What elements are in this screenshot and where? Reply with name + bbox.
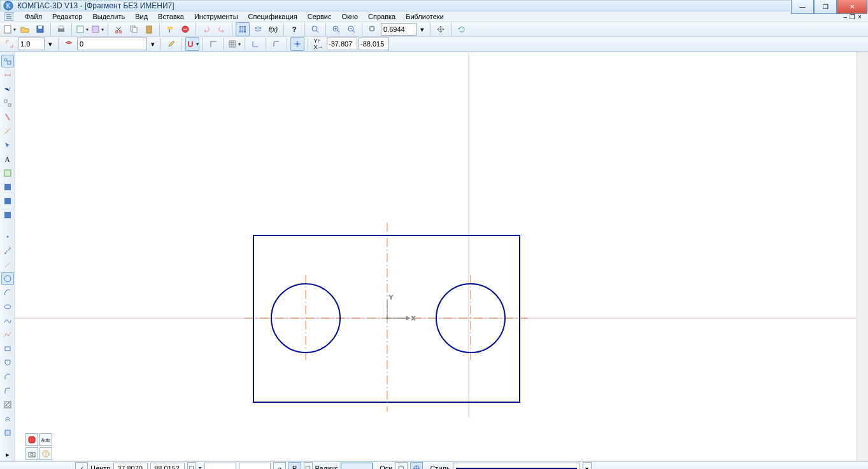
contour-tool[interactable] (1, 356, 14, 369)
aux-line-tool[interactable] (1, 258, 14, 271)
radius-toggle[interactable]: R (288, 462, 301, 469)
menu-icon[interactable] (4, 11, 14, 22)
new-button[interactable] (3, 22, 17, 36)
menu-libraries[interactable]: Библиотеки (401, 11, 448, 22)
print-button[interactable] (54, 22, 68, 36)
drawing-canvas[interactable]: X Y (15, 52, 857, 461)
style-dropdown-arrow[interactable]: ▾ (583, 462, 592, 469)
chamfer-tool[interactable] (1, 370, 14, 383)
more-panel-icon[interactable] (1, 209, 14, 221)
window-maximize-button[interactable]: ❐ (814, 0, 837, 14)
round-icon[interactable] (269, 37, 283, 51)
diameter-toggle[interactable]: ⌀ (273, 462, 286, 469)
save-button[interactable] (33, 22, 47, 36)
annotations-panel-icon[interactable] (1, 83, 14, 95)
t-lock-icon[interactable]: ☐ (187, 462, 196, 469)
geometry-panel-icon[interactable] (1, 55, 14, 67)
edit-button[interactable] (164, 37, 178, 51)
menu-service[interactable]: Сервис (303, 11, 336, 22)
scale-dropdown[interactable]: ▾ (46, 37, 55, 51)
hatch-tool[interactable] (1, 398, 14, 411)
cancel-button[interactable] (178, 22, 192, 36)
ortho-button[interactable] (206, 37, 220, 51)
grid-toggle[interactable] (236, 22, 250, 36)
menu-editor[interactable]: Редактор (48, 11, 87, 22)
axes-off-button[interactable] (395, 462, 408, 469)
zoom-fit-button[interactable] (366, 22, 380, 36)
camera-icon[interactable] (25, 447, 38, 460)
arc-tool[interactable] (1, 286, 14, 299)
properties-button[interactable] (90, 22, 104, 36)
lcs-button[interactable] (248, 37, 262, 51)
cut-button[interactable] (111, 22, 125, 36)
zoom-window-button[interactable] (308, 22, 322, 36)
layer-icon[interactable] (62, 37, 76, 51)
measure-panel-icon[interactable] (1, 125, 14, 137)
refresh-button[interactable] (455, 22, 469, 36)
menu-window[interactable]: Окно (337, 11, 362, 22)
layers-button[interactable] (251, 22, 265, 36)
window-minimize-button[interactable]: — (791, 0, 814, 14)
select-panel-icon[interactable] (1, 139, 14, 151)
auto-button[interactable]: Auto (39, 433, 52, 446)
track-button[interactable] (290, 37, 304, 51)
params-panel-icon[interactable] (1, 111, 14, 123)
zoom-value-input[interactable] (381, 23, 416, 36)
variables-button[interactable]: f(x) (266, 22, 280, 36)
rect-tool[interactable] (1, 342, 14, 355)
copy-button[interactable] (127, 22, 141, 36)
stop-button[interactable] (25, 433, 38, 446)
line-tool[interactable] (1, 244, 14, 257)
center-lock-icon[interactable]: ✓ (75, 462, 88, 469)
reports-panel-icon[interactable] (1, 181, 14, 193)
menu-select[interactable]: Выделить (88, 11, 129, 22)
circle-tool[interactable] (1, 272, 14, 285)
help-pointer-button[interactable]: ? (287, 22, 301, 36)
insert-panel-icon[interactable] (1, 195, 14, 207)
layer-dropdown[interactable]: ▾ (148, 37, 157, 51)
open-button[interactable] (18, 22, 32, 36)
snap-button[interactable] (185, 37, 199, 51)
fillet-tool[interactable] (1, 384, 14, 397)
menu-spec[interactable]: Спецификация (244, 11, 302, 22)
help-icon[interactable]: ? (39, 447, 52, 460)
equidistant-tool[interactable] (1, 412, 14, 425)
mdi-close-icon[interactable]: × (858, 13, 862, 20)
style-dropdown[interactable] (453, 463, 580, 469)
spec-panel-icon[interactable] (1, 167, 14, 179)
mdi-minimize-icon[interactable]: – (844, 13, 848, 20)
polyline-tool[interactable] (1, 328, 14, 341)
undo-button[interactable] (199, 22, 213, 36)
layer-input[interactable] (77, 38, 147, 50)
vertical-scrollbar[interactable] (857, 52, 868, 461)
menu-view[interactable]: Вид (131, 11, 152, 22)
scale-input[interactable] (18, 38, 45, 50)
t1-input[interactable] (204, 463, 236, 469)
format-painter-button[interactable] (163, 22, 177, 36)
t2-input[interactable] (239, 463, 271, 469)
menu-file[interactable]: Файл (20, 11, 46, 22)
preview-button[interactable] (75, 22, 89, 36)
dimensions-panel-icon[interactable] (1, 69, 14, 81)
center-y-input[interactable] (150, 463, 185, 469)
ellipse-tool[interactable] (1, 300, 14, 313)
pan-button[interactable] (434, 22, 448, 36)
axes-on-button[interactable] (410, 462, 423, 469)
point-tool[interactable] (1, 230, 14, 243)
copy-props-tool[interactable] (1, 426, 14, 439)
zoom-in-button[interactable] (329, 22, 343, 36)
radius-input[interactable] (341, 463, 373, 469)
last-tool[interactable]: ▸ (1, 448, 14, 461)
zoom-out-button[interactable] (345, 22, 359, 36)
spline-tool[interactable] (1, 314, 14, 327)
menu-tools[interactable]: Инструменты (190, 11, 243, 22)
paste-button[interactable] (142, 22, 156, 36)
text-panel-icon[interactable]: A (1, 153, 14, 165)
zoom-dropdown[interactable]: ▾ (418, 22, 427, 36)
mdi-restore-icon[interactable]: ❐ (850, 13, 855, 20)
center-x-input[interactable] (113, 463, 148, 469)
radius-lock-icon[interactable]: ☐ (304, 462, 313, 469)
grid-button[interactable] (227, 37, 241, 51)
edit-panel-icon[interactable] (1, 97, 14, 109)
scale-icon[interactable] (3, 37, 17, 51)
